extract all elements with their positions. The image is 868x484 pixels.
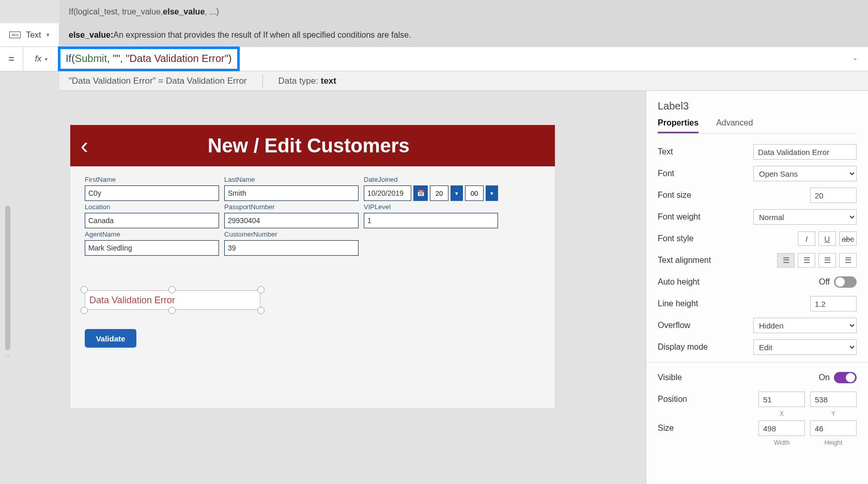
input-hour[interactable]: 20 [430,185,448,201]
input-vip[interactable] [364,213,498,228]
label-vip: VIPLevel [364,203,498,211]
resize-handle[interactable] [168,307,176,314]
prop-size: Size [658,417,857,439]
size-axis-labels: Width Height [658,439,857,446]
prop-label: Auto height [658,277,700,287]
calendar-icon[interactable]: 📅 [413,185,428,201]
input-location[interactable] [85,213,219,228]
prop-label: Position [658,395,687,404]
prop-label: Size [658,424,674,433]
prop-fontsize-input[interactable] [810,188,857,203]
prop-font-select[interactable]: Open Sans [753,166,857,181]
help-param-desc: An expression that provides the result o… [113,30,411,40]
divider [646,362,868,363]
label-custno: CustomerNumber [224,230,359,238]
prop-pos-y-input[interactable] [810,392,857,407]
tab-advanced[interactable]: Advanced [716,118,753,133]
prop-text-input[interactable] [753,144,857,160]
resize-handle[interactable] [81,286,88,293]
resize-handle[interactable] [257,307,265,314]
prop-lineheight-input[interactable] [810,296,857,311]
separator [262,75,263,87]
prop-height-input[interactable] [810,420,857,436]
italic-button[interactable]: I [798,231,815,246]
underline-button[interactable]: U [818,231,836,246]
prop-label: Line height [658,299,698,308]
prop-text-align: Text alignment ☰ ☰ ☰ ☰ [658,249,857,271]
input-agent[interactable] [85,240,219,256]
resize-handle[interactable] [81,307,88,314]
prop-label: Font size [658,191,691,200]
signature-suffix: , ...) [205,7,219,17]
prop-fontweight-select[interactable]: Normal [753,209,857,225]
input-datejoined[interactable] [364,185,411,201]
help-param-name: else_value: [69,30,113,40]
prop-width-input[interactable] [758,420,805,436]
prop-label: Display mode [658,342,708,352]
prop-displaymode-select[interactable]: Edit [753,339,857,355]
app-preview-screen[interactable]: ‹ New / Edit Customers FirstName LastNam… [70,124,555,409]
formula-code[interactable]: If(Submit, "", "Data Validation Error") [66,53,232,65]
field-firstname: FirstName [85,176,219,201]
auto-height-toggle[interactable] [834,276,857,288]
property-selector-label: Text [26,30,41,40]
pane-expander-icon[interactable]: ·· [4,352,10,360]
fx-dropdown[interactable]: fx ▾ [23,46,59,71]
label-firstname: FirstName [85,176,219,183]
input-passport[interactable] [224,213,359,228]
prop-font-style: Font style I U abc [658,228,857,249]
visible-toggle[interactable] [834,372,857,383]
align-left-button[interactable]: ☰ [777,253,795,268]
label-agent: AgentName [85,230,219,238]
strikethrough-button[interactable]: abc [839,231,857,246]
prop-font-weight: Font weight Normal [658,206,857,228]
prop-label: Font weight [658,212,701,222]
prop-position: Position [658,388,857,410]
chevron-down-icon: ▾ [44,56,47,62]
formula-param-help: else_value: An expression that provides … [59,23,868,46]
field-datejoined: DateJoined 📅 20 ▾ 00 ▾ [364,176,498,201]
prop-font: Font Open Sans [658,163,857,184]
align-justify-button[interactable]: ☰ [839,253,857,268]
back-icon[interactable]: ‹ [81,134,88,157]
fx-label: fx [35,54,41,64]
expand-formula-icon[interactable]: ⌄ [853,54,858,61]
tree-scrollbar[interactable] [5,206,10,350]
prop-label: Visible [658,373,682,382]
formula-signature-bar: If(logical_test, true_value, else_value … [59,0,868,23]
input-custno[interactable] [224,240,359,256]
screen-title: New / Edit Customers [99,135,519,157]
hour-dropdown-icon[interactable]: ▾ [451,185,463,201]
prop-overflow-select[interactable]: Hidden [753,318,857,333]
signature-active-param: else_value [163,7,205,17]
equals-cell: = [0,46,23,71]
resize-handle[interactable] [257,286,265,293]
property-selector[interactable]: Abc Text ▾ [0,23,59,46]
input-firstname[interactable] [85,185,219,201]
eval-expression: "Data Validation Error" = Data Validatio… [69,76,247,86]
prop-pos-x-input[interactable] [758,392,805,407]
validate-button[interactable]: Validate [85,329,136,348]
formula-bar[interactable]: If(Submit, "", "Data Validation Error") … [59,46,868,71]
prop-label: Text [658,147,673,157]
form-grid: FirstName LastName DateJoined 📅 20 ▾ 00 … [70,166,555,265]
prop-overflow: Overflow Hidden [658,315,857,336]
align-right-button[interactable]: ☰ [818,253,836,268]
input-minute[interactable]: 00 [465,185,484,201]
error-label-text: Data Validation Error [89,295,175,306]
tab-properties[interactable]: Properties [658,118,699,133]
prop-line-height: Line height [658,293,857,315]
align-center-button[interactable]: ☰ [798,253,815,268]
resize-handle[interactable] [168,286,176,293]
field-custno: CustomerNumber [224,230,359,256]
prop-label: Text alignment [658,256,711,265]
canvas-area[interactable]: ·· ‹ New / Edit Customers FirstName Last… [0,91,558,484]
input-lastname[interactable] [224,185,359,201]
equals-sign: = [8,53,14,65]
prop-auto-height: Auto height Off [658,271,857,293]
text-type-icon: Abc [9,32,21,38]
prop-label: Font [658,169,674,178]
minute-dropdown-icon[interactable]: ▾ [486,185,498,201]
label-location: Location [85,203,219,211]
properties-pane: Label3 Properties Advanced Text Font Ope… [646,91,868,484]
